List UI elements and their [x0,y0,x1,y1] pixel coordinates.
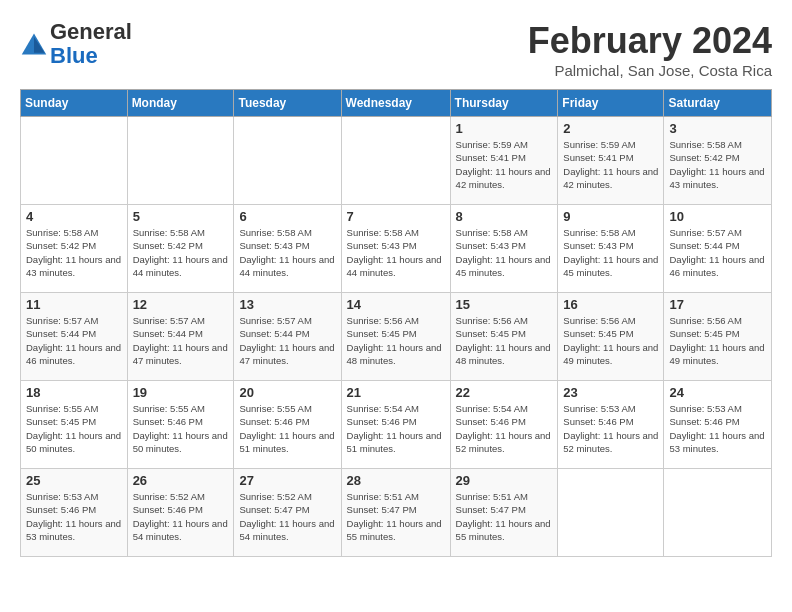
calendar-cell: 29Sunrise: 5:51 AM Sunset: 5:47 PM Dayli… [450,469,558,557]
day-info: Sunrise: 5:59 AM Sunset: 5:41 PM Dayligh… [456,138,553,191]
day-info: Sunrise: 5:53 AM Sunset: 5:46 PM Dayligh… [563,402,658,455]
day-info: Sunrise: 5:57 AM Sunset: 5:44 PM Dayligh… [133,314,229,367]
day-number: 3 [669,121,766,136]
calendar-cell: 12Sunrise: 5:57 AM Sunset: 5:44 PM Dayli… [127,293,234,381]
calendar-cell: 26Sunrise: 5:52 AM Sunset: 5:46 PM Dayli… [127,469,234,557]
header-monday: Monday [127,90,234,117]
logo-icon [20,30,48,58]
calendar-cell: 11Sunrise: 5:57 AM Sunset: 5:44 PM Dayli… [21,293,128,381]
month-title: February 2024 [528,20,772,62]
day-info: Sunrise: 5:55 AM Sunset: 5:45 PM Dayligh… [26,402,122,455]
day-info: Sunrise: 5:56 AM Sunset: 5:45 PM Dayligh… [563,314,658,367]
day-number: 5 [133,209,229,224]
day-number: 24 [669,385,766,400]
calendar-cell: 21Sunrise: 5:54 AM Sunset: 5:46 PM Dayli… [341,381,450,469]
day-number: 6 [239,209,335,224]
calendar-cell: 23Sunrise: 5:53 AM Sunset: 5:46 PM Dayli… [558,381,664,469]
calendar-cell [21,117,128,205]
day-info: Sunrise: 5:54 AM Sunset: 5:46 PM Dayligh… [347,402,445,455]
day-number: 11 [26,297,122,312]
calendar-cell [664,469,772,557]
header-wednesday: Wednesday [341,90,450,117]
day-info: Sunrise: 5:53 AM Sunset: 5:46 PM Dayligh… [669,402,766,455]
calendar-week-4: 18Sunrise: 5:55 AM Sunset: 5:45 PM Dayli… [21,381,772,469]
calendar-cell: 14Sunrise: 5:56 AM Sunset: 5:45 PM Dayli… [341,293,450,381]
calendar-cell: 4Sunrise: 5:58 AM Sunset: 5:42 PM Daylig… [21,205,128,293]
day-number: 23 [563,385,658,400]
day-number: 4 [26,209,122,224]
calendar-cell: 25Sunrise: 5:53 AM Sunset: 5:46 PM Dayli… [21,469,128,557]
day-info: Sunrise: 5:58 AM Sunset: 5:43 PM Dayligh… [563,226,658,279]
day-info: Sunrise: 5:57 AM Sunset: 5:44 PM Dayligh… [26,314,122,367]
day-info: Sunrise: 5:51 AM Sunset: 5:47 PM Dayligh… [347,490,445,543]
day-info: Sunrise: 5:58 AM Sunset: 5:43 PM Dayligh… [239,226,335,279]
day-info: Sunrise: 5:56 AM Sunset: 5:45 PM Dayligh… [347,314,445,367]
day-info: Sunrise: 5:54 AM Sunset: 5:46 PM Dayligh… [456,402,553,455]
calendar-cell: 8Sunrise: 5:58 AM Sunset: 5:43 PM Daylig… [450,205,558,293]
header-tuesday: Tuesday [234,90,341,117]
calendar-week-1: 1Sunrise: 5:59 AM Sunset: 5:41 PM Daylig… [21,117,772,205]
day-info: Sunrise: 5:52 AM Sunset: 5:46 PM Dayligh… [133,490,229,543]
calendar-cell: 10Sunrise: 5:57 AM Sunset: 5:44 PM Dayli… [664,205,772,293]
calendar-cell: 15Sunrise: 5:56 AM Sunset: 5:45 PM Dayli… [450,293,558,381]
calendar-cell: 13Sunrise: 5:57 AM Sunset: 5:44 PM Dayli… [234,293,341,381]
day-number: 2 [563,121,658,136]
day-info: Sunrise: 5:58 AM Sunset: 5:43 PM Dayligh… [456,226,553,279]
day-number: 8 [456,209,553,224]
day-number: 29 [456,473,553,488]
calendar-cell [127,117,234,205]
day-number: 25 [26,473,122,488]
logo: GeneralBlue [20,20,132,68]
day-info: Sunrise: 5:53 AM Sunset: 5:46 PM Dayligh… [26,490,122,543]
day-info: Sunrise: 5:51 AM Sunset: 5:47 PM Dayligh… [456,490,553,543]
calendar-cell [558,469,664,557]
calendar-cell: 7Sunrise: 5:58 AM Sunset: 5:43 PM Daylig… [341,205,450,293]
day-info: Sunrise: 5:55 AM Sunset: 5:46 PM Dayligh… [133,402,229,455]
header-thursday: Thursday [450,90,558,117]
page-header: GeneralBlue February 2024 Palmichal, San… [20,20,772,79]
day-number: 9 [563,209,658,224]
calendar-cell [341,117,450,205]
calendar-cell: 3Sunrise: 5:58 AM Sunset: 5:42 PM Daylig… [664,117,772,205]
calendar-cell: 9Sunrise: 5:58 AM Sunset: 5:43 PM Daylig… [558,205,664,293]
day-number: 19 [133,385,229,400]
day-info: Sunrise: 5:56 AM Sunset: 5:45 PM Dayligh… [669,314,766,367]
day-number: 21 [347,385,445,400]
day-info: Sunrise: 5:58 AM Sunset: 5:42 PM Dayligh… [26,226,122,279]
calendar-cell: 5Sunrise: 5:58 AM Sunset: 5:42 PM Daylig… [127,205,234,293]
calendar-cell: 1Sunrise: 5:59 AM Sunset: 5:41 PM Daylig… [450,117,558,205]
calendar-cell: 19Sunrise: 5:55 AM Sunset: 5:46 PM Dayli… [127,381,234,469]
calendar-cell: 27Sunrise: 5:52 AM Sunset: 5:47 PM Dayli… [234,469,341,557]
calendar-cell: 28Sunrise: 5:51 AM Sunset: 5:47 PM Dayli… [341,469,450,557]
calendar-header-row: SundayMondayTuesdayWednesdayThursdayFrid… [21,90,772,117]
calendar-cell: 17Sunrise: 5:56 AM Sunset: 5:45 PM Dayli… [664,293,772,381]
day-info: Sunrise: 5:57 AM Sunset: 5:44 PM Dayligh… [239,314,335,367]
calendar-table: SundayMondayTuesdayWednesdayThursdayFrid… [20,89,772,557]
day-number: 7 [347,209,445,224]
day-info: Sunrise: 5:55 AM Sunset: 5:46 PM Dayligh… [239,402,335,455]
calendar-week-3: 11Sunrise: 5:57 AM Sunset: 5:44 PM Dayli… [21,293,772,381]
day-number: 22 [456,385,553,400]
calendar-cell: 6Sunrise: 5:58 AM Sunset: 5:43 PM Daylig… [234,205,341,293]
logo-text: GeneralBlue [50,20,132,68]
calendar-cell: 16Sunrise: 5:56 AM Sunset: 5:45 PM Dayli… [558,293,664,381]
day-number: 10 [669,209,766,224]
calendar-cell: 18Sunrise: 5:55 AM Sunset: 5:45 PM Dayli… [21,381,128,469]
calendar-week-5: 25Sunrise: 5:53 AM Sunset: 5:46 PM Dayli… [21,469,772,557]
calendar-cell: 22Sunrise: 5:54 AM Sunset: 5:46 PM Dayli… [450,381,558,469]
day-number: 20 [239,385,335,400]
day-number: 28 [347,473,445,488]
header-saturday: Saturday [664,90,772,117]
day-info: Sunrise: 5:56 AM Sunset: 5:45 PM Dayligh… [456,314,553,367]
header-friday: Friday [558,90,664,117]
day-number: 12 [133,297,229,312]
day-number: 18 [26,385,122,400]
day-info: Sunrise: 5:58 AM Sunset: 5:42 PM Dayligh… [133,226,229,279]
day-number: 16 [563,297,658,312]
day-info: Sunrise: 5:52 AM Sunset: 5:47 PM Dayligh… [239,490,335,543]
day-number: 13 [239,297,335,312]
calendar-week-2: 4Sunrise: 5:58 AM Sunset: 5:42 PM Daylig… [21,205,772,293]
day-number: 27 [239,473,335,488]
day-info: Sunrise: 5:57 AM Sunset: 5:44 PM Dayligh… [669,226,766,279]
calendar-cell: 24Sunrise: 5:53 AM Sunset: 5:46 PM Dayli… [664,381,772,469]
